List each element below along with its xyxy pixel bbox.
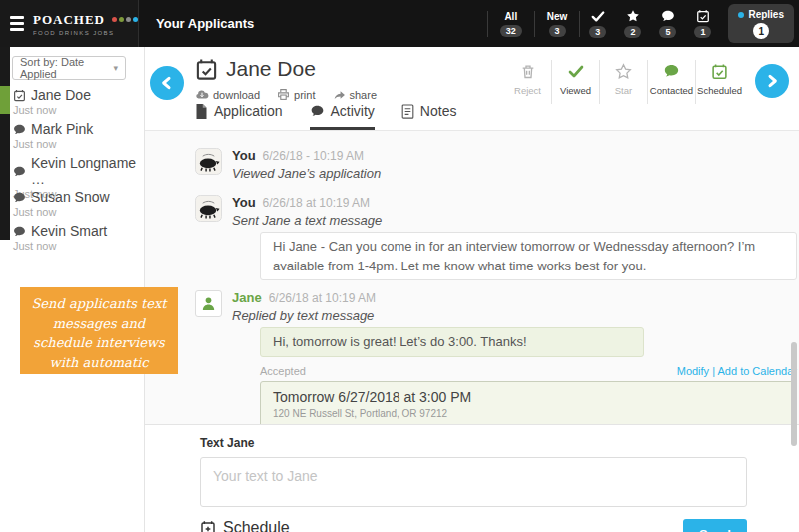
calendar-check-icon <box>195 58 218 81</box>
company-logo-avatar <box>195 148 222 175</box>
previous-applicant-button[interactable] <box>150 66 184 100</box>
tab-activity[interactable]: Activity <box>310 103 375 130</box>
page-title: Your Applicants <box>156 16 254 31</box>
activity-feed: You 6/26/18 - 10:19 AM Viewed Jane’s app… <box>145 130 799 424</box>
filter-viewed[interactable]: 3 <box>580 9 615 38</box>
appointment-datetime: Tomorrow 6/27/2018 at 3:00 PM <box>273 389 784 406</box>
filter-new-label: New <box>547 11 568 22</box>
applicant-time: Just now <box>13 104 143 117</box>
viewed-button[interactable]: Viewed <box>552 60 599 96</box>
printer-icon <box>277 88 290 101</box>
tab-notes[interactable]: Notes <box>401 103 457 130</box>
check-icon <box>567 62 585 80</box>
brand-area: POACHED FOOD DRINKS JOBS <box>0 0 139 47</box>
compose-footer: Schedule Send <box>200 519 747 532</box>
filter-starred[interactable]: 2 <box>615 9 650 38</box>
download-label: download <box>213 89 260 101</box>
filter-scheduled-count-badge: 1 <box>694 26 711 38</box>
download-button[interactable]: download <box>195 88 260 101</box>
sort-dropdown-label: Sort by: Date Applied <box>20 56 113 80</box>
filter-new[interactable]: New 3 <box>535 11 580 37</box>
company-logo-avatar <box>195 195 222 222</box>
chevron-down-icon: ▾ <box>113 64 118 73</box>
scheduled-button[interactable]: Scheduled <box>696 60 743 96</box>
check-icon <box>591 9 605 23</box>
applicant-header: Jane Doe download print share <box>145 47 799 130</box>
appointment-header: Accepted Modify | Add to Calendar <box>260 365 797 377</box>
compose-section: Text Jane Schedule Send <box>145 424 799 532</box>
chat-icon <box>661 9 675 23</box>
star-button[interactable]: Star <box>600 60 647 96</box>
scrollbar-thumb[interactable] <box>791 342 797 446</box>
event-actor: You <box>232 148 256 163</box>
tab-activity-label: Activity <box>331 103 375 119</box>
document-icon <box>195 104 208 119</box>
applicant-item-mark-pink[interactable]: Mark Pink Just now <box>0 120 143 154</box>
top-bar: POACHED FOOD DRINKS JOBS Your Applicants… <box>0 0 799 47</box>
calendar-icon <box>696 9 710 23</box>
add-to-calendar-link[interactable]: Add to Calendar <box>718 365 798 377</box>
tab-bar: Application Activity Notes <box>195 103 456 130</box>
schedule-button[interactable]: Schedule <box>200 519 290 532</box>
link-separator: | <box>709 365 717 377</box>
event-action: Sent Jane a text message <box>232 213 382 228</box>
share-button[interactable]: share <box>333 88 378 101</box>
brand-logo[interactable]: POACHED FOOD DRINKS JOBS <box>33 12 138 36</box>
applicant-item-kevin-smart[interactable]: Kevin Smart Just now <box>0 222 143 256</box>
calendar-check-icon <box>13 89 26 102</box>
event-actor: You <box>232 195 256 210</box>
document-actions: download print share <box>195 88 377 101</box>
scheduled-label: Scheduled <box>697 85 742 96</box>
event-timestamp: 6/26/18 - 10:19 AM <box>263 149 364 164</box>
applicant-list: Jane Doe Just now Mark Pink Just now <box>0 86 143 256</box>
modify-link[interactable]: Modify <box>677 365 709 377</box>
star-icon <box>626 9 640 23</box>
event-actor: Jane <box>232 290 262 305</box>
applicant-name: Kevin Smart <box>31 223 107 239</box>
applicant-time: Just now <box>13 206 143 219</box>
tab-application-label: Application <box>214 103 283 119</box>
appointment-card: Tomorrow 6/27/2018 at 3:00 PM 120 NE Rus… <box>260 381 797 425</box>
filter-all[interactable]: All 32 <box>488 11 534 37</box>
applicant-item-jane-doe[interactable]: Jane Doe Just now <box>0 86 143 120</box>
menu-icon[interactable] <box>10 16 24 31</box>
contacted-button[interactable]: Contacted <box>648 60 695 96</box>
applicant-time: Just now <box>13 138 143 151</box>
reply-message-bubble: Hi, tomorrow is great! Let’s do 3:00. Th… <box>260 327 644 357</box>
calendar-check-icon <box>711 62 728 80</box>
filter-contacted-count-badge: 5 <box>659 26 676 38</box>
replies-count-badge: 1 <box>753 23 769 39</box>
share-icon <box>333 89 346 101</box>
schedule-label: Schedule <box>223 519 290 532</box>
feature-callout: Send applicants text messages and schedu… <box>20 287 178 374</box>
app-window: POACHED FOOD DRINKS JOBS Your Applicants… <box>0 0 799 532</box>
print-label: print <box>294 89 315 101</box>
applicant-name: Susan Snow <box>31 189 110 205</box>
sort-dropdown[interactable]: Sort by: Date Applied ▾ <box>12 56 126 80</box>
send-button[interactable]: Send <box>683 519 747 532</box>
brand-name: POACHED <box>33 12 105 28</box>
filter-scheduled[interactable]: 1 <box>685 9 720 38</box>
text-message-input[interactable] <box>200 457 747 507</box>
appointment-address: 120 NE Russell St, Portland, OR 97212 <box>273 408 784 420</box>
event-timestamp: 6/26/18 at 10:19 AM <box>263 196 370 211</box>
note-icon <box>401 104 414 119</box>
activity-event-text-sent: You 6/26/18 at 10:19 AM Sent Jane a text… <box>195 195 799 228</box>
filter-viewed-count-badge: 3 <box>589 26 606 38</box>
tab-application[interactable]: Application <box>195 103 283 130</box>
viewed-label: Viewed <box>560 85 591 96</box>
applicant-item-kevin-longname[interactable]: Kevin Longname … Just now <box>0 154 143 188</box>
filter-replies[interactable]: Replies 1 <box>728 4 794 43</box>
print-button[interactable]: print <box>277 88 315 101</box>
event-action: Viewed Jane’s application <box>232 166 381 181</box>
sent-message-bubble: Hi Jane - Can you come in for an intervi… <box>260 232 797 280</box>
next-applicant-button[interactable] <box>755 64 789 98</box>
applicant-item-susan-snow[interactable]: Susan Snow Just now <box>0 188 143 222</box>
filter-new-count-badge: 3 <box>549 25 566 37</box>
chat-icon <box>310 104 325 118</box>
appointment-status-badge: Accepted <box>260 365 306 377</box>
tab-notes-label: Notes <box>420 103 457 119</box>
reject-button[interactable]: Reject <box>504 60 551 96</box>
activity-event-reply: Jane 6/26/18 at 10:19 AM Replied by text… <box>195 290 799 323</box>
filter-contacted[interactable]: 5 <box>650 9 685 38</box>
